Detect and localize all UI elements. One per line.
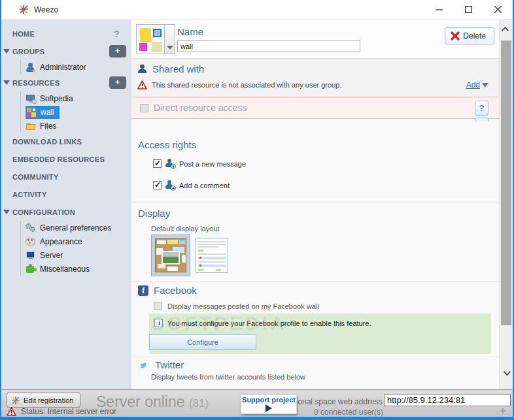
sidebar-item-softpedia[interactable]: Softpedia xyxy=(21,91,131,105)
facebook-display-checkbox[interactable] xyxy=(154,302,162,310)
name-label: Name xyxy=(177,26,203,37)
sidebar-item-administrator[interactable]: ★ Administrator xyxy=(21,60,131,74)
softpedia-label: Softpedia xyxy=(40,94,73,103)
sidebar-item-community[interactable]: COMMUNITY xyxy=(1,168,131,186)
warning-icon xyxy=(7,407,16,416)
post-message-checkbox[interactable] xyxy=(153,159,162,168)
sidebar-item-general-preferences[interactable]: General preferences xyxy=(21,221,131,234)
sidebar-item-download-links[interactable]: DOWNLOAD LINKS xyxy=(1,133,131,150)
edit-registration-button[interactable]: Edit registration xyxy=(7,393,80,408)
server-port-count: (81) xyxy=(189,397,209,410)
sidebar-resources-label: RESOURCES xyxy=(12,79,60,87)
sidebar-home-label: HOME xyxy=(12,30,35,38)
delete-label: Delete xyxy=(463,31,486,40)
sidebar: HOME ? GROUPS + ★ Administrator RESOURCE… xyxy=(1,20,131,389)
play-icon xyxy=(266,404,272,412)
post-message-row: + Post a new message xyxy=(153,159,246,169)
maximize-button[interactable] xyxy=(454,0,483,19)
registration-icon xyxy=(11,396,20,405)
direct-access-band: Direct resource access ? xyxy=(131,97,499,119)
add-comment-label: Add a comment xyxy=(179,182,230,189)
chevron-down-icon xyxy=(504,368,511,376)
address-input[interactable] xyxy=(384,394,511,406)
add-user-group-link[interactable]: Add xyxy=(466,80,488,89)
facebook-notice-text: You must configure your Facebook profile… xyxy=(167,319,371,327)
facebook-icon xyxy=(138,285,148,296)
support-project-button[interactable]: Support project xyxy=(241,395,297,414)
configure-button[interactable]: Configure xyxy=(149,334,256,350)
sidebar-item-groups[interactable]: GROUPS + xyxy=(1,42,131,60)
status-row: Status: Internal server error xyxy=(7,407,116,416)
sidebar-item-miscellaneous[interactable]: Miscellaneous xyxy=(21,262,131,276)
sidebar-item-wall[interactable]: wall xyxy=(21,105,131,119)
twitter-icon xyxy=(138,360,148,370)
plus-icon[interactable]: + xyxy=(500,404,506,417)
sidebar-item-configuration[interactable]: CONFIGURATION xyxy=(1,203,131,221)
direct-access-checkbox[interactable] xyxy=(140,104,148,112)
support-project-label: Support project xyxy=(242,396,296,404)
monitor-gear-icon xyxy=(26,93,36,104)
shared-with-section: Shared with This shared resource is not … xyxy=(131,58,499,97)
sidebar-item-embedded-resources[interactable]: EMBEDDED RESOURCES xyxy=(1,150,131,168)
sidebar-item-home[interactable]: HOME ? xyxy=(1,25,131,42)
server-label: Server xyxy=(40,251,63,260)
partial-button[interactable] xyxy=(475,118,488,121)
divider xyxy=(131,202,499,203)
warning-icon xyxy=(137,80,147,89)
twitter-subtitle: Display tweets from twitter accounts lis… xyxy=(151,373,305,381)
layout-list-thumbnail[interactable] xyxy=(196,238,228,273)
embedded-resources-label: EMBEDDED RESOURCES xyxy=(12,155,105,163)
add-group-button[interactable]: + xyxy=(109,45,126,57)
direct-access-help-button[interactable]: ? xyxy=(475,101,488,116)
delete-button[interactable]: Delete xyxy=(445,27,494,44)
divider xyxy=(131,357,499,357)
miscellaneous-label: Miscellaneous xyxy=(40,265,90,274)
sidebar-item-activity[interactable]: ACTIVITY xyxy=(1,186,131,203)
resource-icon-preview[interactable] xyxy=(136,24,165,54)
sidebar-item-files[interactable]: Files xyxy=(21,119,131,133)
shared-with-title: Shared with xyxy=(152,63,204,74)
edit-registration-label: Edit registration xyxy=(24,396,73,404)
puzzle-icon xyxy=(26,264,36,274)
chevron-expander-icon[interactable] xyxy=(3,80,10,85)
help-icon[interactable]: ? xyxy=(114,28,120,39)
add-comment-checkbox[interactable] xyxy=(153,181,162,189)
shared-warning-text: This shared resource is not associated w… xyxy=(152,81,341,89)
close-icon xyxy=(494,6,502,13)
scrollbar-thumb[interactable] xyxy=(501,40,511,325)
connected-users-text: 0 connected user(s) xyxy=(314,408,383,417)
add-link-label: Add xyxy=(466,80,480,89)
status-text: Status: Internal server error xyxy=(21,407,116,416)
direct-access-label: Direct resource access xyxy=(154,103,247,113)
scroll-up-button[interactable] xyxy=(500,21,513,38)
vertical-scrollbar[interactable] xyxy=(499,20,513,389)
icon-dropdown-button[interactable] xyxy=(165,24,175,54)
divider xyxy=(131,281,499,282)
groups-children: ★ Administrator xyxy=(20,60,131,74)
minimize-button[interactable] xyxy=(424,0,454,19)
chevron-expander-icon[interactable] xyxy=(3,210,10,214)
sidebar-item-resources[interactable]: RESOURCES + xyxy=(1,74,131,91)
scroll-down-button[interactable] xyxy=(500,364,513,381)
main-content: Name Delete Shared with xyxy=(131,20,499,389)
name-input[interactable] xyxy=(177,40,360,52)
configuration-label: CONFIGURATION xyxy=(12,208,75,216)
gears-icon xyxy=(26,223,36,233)
layout-corkboard-thumbnail[interactable] xyxy=(151,234,190,276)
statusbar: Edit registration Server online (81) per… xyxy=(1,389,513,420)
sidebar-item-appearance[interactable]: Appearance xyxy=(21,234,131,248)
administrator-label: Administrator xyxy=(40,63,86,72)
dropdown-triangle-icon xyxy=(482,83,488,88)
add-resource-button[interactable]: + xyxy=(109,76,126,89)
appearance-label: Appearance xyxy=(40,237,82,246)
resources-children: Softpedia wall Files xyxy=(20,91,131,133)
sidebar-item-server[interactable]: Server xyxy=(21,248,131,262)
wall-label: wall xyxy=(41,108,54,117)
chevron-expander-icon[interactable] xyxy=(3,49,10,54)
close-button[interactable] xyxy=(483,0,513,19)
display-layout-label: Default display layout xyxy=(151,225,220,233)
address-label: personal space web address xyxy=(283,397,383,406)
facebook-checkbox-label: Display messages posted on my Facebook w… xyxy=(167,302,319,310)
facebook-notice-box: You must configure your Facebook profile… xyxy=(149,314,491,354)
download-links-label: DOWNLOAD LINKS xyxy=(12,138,82,146)
